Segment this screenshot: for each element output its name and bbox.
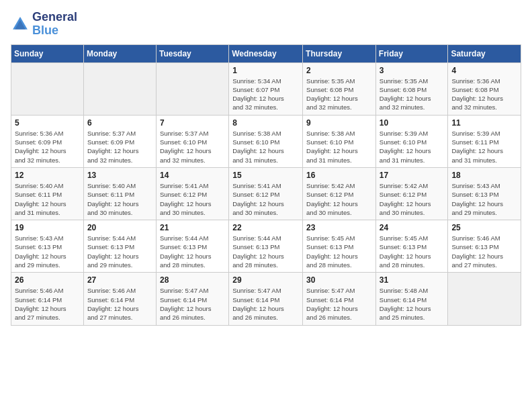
day-number: 4 bbox=[451, 66, 517, 75]
day-info: Sunrise: 5:46 AM Sunset: 6:14 PM Dayligh… bbox=[15, 286, 80, 322]
day-info: Sunrise: 5:38 AM Sunset: 6:10 PM Dayligh… bbox=[306, 129, 372, 165]
day-number: 5 bbox=[15, 118, 80, 128]
day-number: 29 bbox=[232, 275, 299, 285]
day-info: Sunrise: 5:35 AM Sunset: 6:08 PM Dayligh… bbox=[306, 77, 372, 112]
day-info: Sunrise: 5:40 AM Sunset: 6:11 PM Dayligh… bbox=[87, 181, 152, 217]
day-number: 18 bbox=[451, 171, 517, 180]
day-number: 11 bbox=[451, 118, 517, 128]
day-number: 31 bbox=[380, 275, 445, 285]
day-info: Sunrise: 5:45 AM Sunset: 6:13 PM Dayligh… bbox=[306, 234, 372, 269]
calendar-cell: 20Sunrise: 5:44 AM Sunset: 6:13 PM Dayli… bbox=[83, 220, 156, 273]
calendar-cell: 28Sunrise: 5:47 AM Sunset: 6:14 PM Dayli… bbox=[156, 273, 228, 325]
calendar-cell: 16Sunrise: 5:42 AM Sunset: 6:12 PM Dayli… bbox=[303, 167, 376, 220]
day-info: Sunrise: 5:47 AM Sunset: 6:14 PM Dayligh… bbox=[232, 286, 299, 322]
calendar-cell bbox=[156, 62, 228, 115]
calendar-cell: 29Sunrise: 5:47 AM Sunset: 6:14 PM Dayli… bbox=[229, 273, 303, 325]
day-info: Sunrise: 5:40 AM Sunset: 6:11 PM Dayligh… bbox=[15, 181, 80, 217]
calendar-week-row: 5Sunrise: 5:36 AM Sunset: 6:09 PM Daylig… bbox=[11, 115, 521, 167]
day-info: Sunrise: 5:44 AM Sunset: 6:13 PM Dayligh… bbox=[160, 234, 225, 269]
day-number: 26 bbox=[15, 275, 80, 285]
weekday-header-row: SundayMondayTuesdayWednesdayThursdayFrid… bbox=[11, 44, 521, 62]
day-info: Sunrise: 5:44 AM Sunset: 6:13 PM Dayligh… bbox=[232, 234, 299, 269]
calendar-cell: 18Sunrise: 5:43 AM Sunset: 6:13 PM Dayli… bbox=[448, 167, 521, 220]
weekday-header-cell: Wednesday bbox=[229, 44, 303, 62]
day-number: 19 bbox=[15, 223, 80, 232]
day-info: Sunrise: 5:48 AM Sunset: 6:14 PM Dayligh… bbox=[380, 286, 445, 322]
day-number: 15 bbox=[232, 171, 299, 180]
calendar-week-row: 12Sunrise: 5:40 AM Sunset: 6:11 PM Dayli… bbox=[11, 167, 521, 220]
calendar-cell: 8Sunrise: 5:38 AM Sunset: 6:10 PM Daylig… bbox=[229, 115, 303, 167]
day-info: Sunrise: 5:44 AM Sunset: 6:13 PM Dayligh… bbox=[87, 234, 152, 269]
logo: GeneralBlue bbox=[11, 11, 77, 38]
weekday-header-cell: Friday bbox=[375, 44, 448, 62]
day-info: Sunrise: 5:42 AM Sunset: 6:12 PM Dayligh… bbox=[306, 181, 372, 217]
day-number: 6 bbox=[87, 118, 152, 128]
day-info: Sunrise: 5:41 AM Sunset: 6:12 PM Dayligh… bbox=[160, 181, 225, 217]
calendar-cell: 17Sunrise: 5:42 AM Sunset: 6:12 PM Dayli… bbox=[375, 167, 448, 220]
day-number: 1 bbox=[232, 66, 299, 75]
day-info: Sunrise: 5:37 AM Sunset: 6:10 PM Dayligh… bbox=[160, 129, 225, 165]
calendar-cell: 27Sunrise: 5:46 AM Sunset: 6:14 PM Dayli… bbox=[83, 273, 156, 325]
calendar-cell: 19Sunrise: 5:43 AM Sunset: 6:13 PM Dayli… bbox=[11, 220, 84, 273]
calendar-cell: 13Sunrise: 5:40 AM Sunset: 6:11 PM Dayli… bbox=[83, 167, 156, 220]
day-info: Sunrise: 5:35 AM Sunset: 6:08 PM Dayligh… bbox=[380, 77, 445, 112]
day-number: 28 bbox=[160, 275, 225, 285]
calendar-cell: 9Sunrise: 5:38 AM Sunset: 6:10 PM Daylig… bbox=[303, 115, 376, 167]
calendar-week-row: 26Sunrise: 5:46 AM Sunset: 6:14 PM Dayli… bbox=[11, 273, 521, 325]
day-number: 9 bbox=[306, 118, 372, 128]
day-number: 10 bbox=[380, 118, 445, 128]
calendar-cell: 4Sunrise: 5:36 AM Sunset: 6:08 PM Daylig… bbox=[448, 62, 521, 115]
calendar-cell: 14Sunrise: 5:41 AM Sunset: 6:12 PM Dayli… bbox=[156, 167, 228, 220]
calendar-cell: 24Sunrise: 5:45 AM Sunset: 6:13 PM Dayli… bbox=[375, 220, 448, 273]
calendar-cell: 25Sunrise: 5:46 AM Sunset: 6:13 PM Dayli… bbox=[448, 220, 521, 273]
day-info: Sunrise: 5:38 AM Sunset: 6:10 PM Dayligh… bbox=[232, 129, 299, 165]
day-number: 3 bbox=[380, 66, 445, 75]
day-number: 8 bbox=[232, 118, 299, 128]
calendar-cell: 22Sunrise: 5:44 AM Sunset: 6:13 PM Dayli… bbox=[229, 220, 303, 273]
day-info: Sunrise: 5:47 AM Sunset: 6:14 PM Dayligh… bbox=[306, 286, 372, 322]
calendar-cell: 6Sunrise: 5:37 AM Sunset: 6:09 PM Daylig… bbox=[83, 115, 156, 167]
day-info: Sunrise: 5:41 AM Sunset: 6:12 PM Dayligh… bbox=[232, 181, 299, 217]
day-info: Sunrise: 5:37 AM Sunset: 6:09 PM Dayligh… bbox=[87, 129, 152, 165]
calendar-cell: 11Sunrise: 5:39 AM Sunset: 6:11 PM Dayli… bbox=[448, 115, 521, 167]
calendar-cell: 15Sunrise: 5:41 AM Sunset: 6:12 PM Dayli… bbox=[229, 167, 303, 220]
day-number: 17 bbox=[380, 171, 445, 180]
page-header: GeneralBlue bbox=[11, 11, 521, 38]
weekday-header-cell: Thursday bbox=[303, 44, 376, 62]
weekday-header-cell: Sunday bbox=[11, 44, 84, 62]
day-info: Sunrise: 5:46 AM Sunset: 6:13 PM Dayligh… bbox=[451, 234, 517, 269]
calendar-table: SundayMondayTuesdayWednesdayThursdayFrid… bbox=[11, 44, 521, 326]
day-info: Sunrise: 5:43 AM Sunset: 6:13 PM Dayligh… bbox=[451, 181, 517, 217]
day-number: 14 bbox=[160, 171, 225, 180]
day-info: Sunrise: 5:42 AM Sunset: 6:12 PM Dayligh… bbox=[380, 181, 445, 217]
weekday-header-cell: Tuesday bbox=[156, 44, 228, 62]
calendar-cell: 3Sunrise: 5:35 AM Sunset: 6:08 PM Daylig… bbox=[375, 62, 448, 115]
logo-text: GeneralBlue bbox=[32, 11, 77, 38]
calendar-cell bbox=[448, 273, 521, 325]
calendar-week-row: 19Sunrise: 5:43 AM Sunset: 6:13 PM Dayli… bbox=[11, 220, 521, 273]
logo-icon bbox=[11, 15, 30, 34]
day-number: 16 bbox=[306, 171, 372, 180]
calendar-cell: 10Sunrise: 5:39 AM Sunset: 6:10 PM Dayli… bbox=[375, 115, 448, 167]
calendar-cell: 23Sunrise: 5:45 AM Sunset: 6:13 PM Dayli… bbox=[303, 220, 376, 273]
day-info: Sunrise: 5:39 AM Sunset: 6:11 PM Dayligh… bbox=[451, 129, 517, 165]
calendar-week-row: 1Sunrise: 5:34 AM Sunset: 6:07 PM Daylig… bbox=[11, 62, 521, 115]
day-number: 21 bbox=[160, 223, 225, 232]
day-number: 24 bbox=[380, 223, 445, 232]
day-number: 25 bbox=[451, 223, 517, 232]
day-info: Sunrise: 5:36 AM Sunset: 6:08 PM Dayligh… bbox=[451, 77, 517, 112]
day-info: Sunrise: 5:45 AM Sunset: 6:13 PM Dayligh… bbox=[380, 234, 445, 269]
day-info: Sunrise: 5:47 AM Sunset: 6:14 PM Dayligh… bbox=[160, 286, 225, 322]
calendar-body: 1Sunrise: 5:34 AM Sunset: 6:07 PM Daylig… bbox=[11, 62, 521, 325]
calendar-cell: 2Sunrise: 5:35 AM Sunset: 6:08 PM Daylig… bbox=[303, 62, 376, 115]
day-number: 23 bbox=[306, 223, 372, 232]
weekday-header-cell: Monday bbox=[83, 44, 156, 62]
day-number: 2 bbox=[306, 66, 372, 75]
day-info: Sunrise: 5:34 AM Sunset: 6:07 PM Dayligh… bbox=[232, 77, 299, 112]
day-number: 12 bbox=[15, 171, 80, 180]
day-number: 20 bbox=[87, 223, 152, 232]
day-number: 22 bbox=[232, 223, 299, 232]
calendar-cell: 30Sunrise: 5:47 AM Sunset: 6:14 PM Dayli… bbox=[303, 273, 376, 325]
calendar-cell: 26Sunrise: 5:46 AM Sunset: 6:14 PM Dayli… bbox=[11, 273, 84, 325]
calendar-cell: 7Sunrise: 5:37 AM Sunset: 6:10 PM Daylig… bbox=[156, 115, 228, 167]
